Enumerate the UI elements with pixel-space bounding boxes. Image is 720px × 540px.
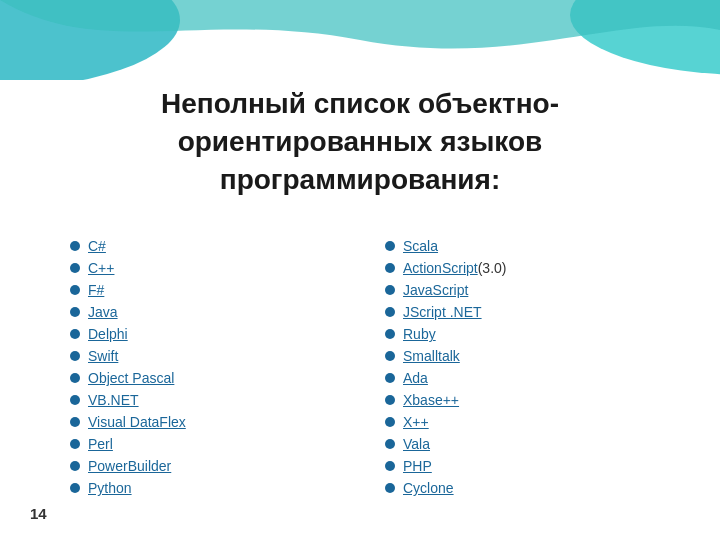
bullet-icon xyxy=(70,307,80,317)
bullet-icon xyxy=(385,417,395,427)
bullet-icon xyxy=(70,329,80,339)
list-item: X++ xyxy=(385,414,660,430)
item-label-object-pascal[interactable]: Object Pascal xyxy=(88,370,174,386)
list-item: F# xyxy=(70,282,345,298)
list-item: Object Pascal xyxy=(70,370,345,386)
list-item: Ada xyxy=(385,370,660,386)
item-label-actionscript[interactable]: ActionScript xyxy=(403,260,478,276)
bullet-icon xyxy=(385,241,395,251)
bullet-icon xyxy=(70,439,80,449)
item-label-xbasepp[interactable]: Xbase++ xyxy=(403,392,459,408)
item-label-ada[interactable]: Ada xyxy=(403,370,428,386)
item-label-javascript[interactable]: JavaScript xyxy=(403,282,468,298)
list-item: Smalltalk xyxy=(385,348,660,364)
bullet-icon xyxy=(385,351,395,361)
item-label-cyclone[interactable]: Cyclone xyxy=(403,480,454,496)
bullet-icon xyxy=(385,483,395,493)
list-item: Python xyxy=(70,480,345,496)
list-item: JScript .NET xyxy=(385,304,660,320)
item-label-vala[interactable]: Vala xyxy=(403,436,430,452)
item-label-scala[interactable]: Scala xyxy=(403,238,438,254)
list-item: Swift xyxy=(70,348,345,364)
item-label-visual-dataflex[interactable]: Visual DataFlex xyxy=(88,414,186,430)
item-extra-actionscript: (3.0) xyxy=(478,260,507,276)
bullet-icon xyxy=(385,285,395,295)
item-label-smalltalk[interactable]: Smalltalk xyxy=(403,348,460,364)
list-item: VB.NET xyxy=(70,392,345,408)
item-label-jscript-net[interactable]: JScript .NET xyxy=(403,304,482,320)
bullet-icon xyxy=(385,461,395,471)
list-item: C++ xyxy=(70,260,345,276)
list-item: JavaScript xyxy=(385,282,660,298)
bullet-icon xyxy=(385,307,395,317)
list-item: Ruby xyxy=(385,326,660,342)
item-label-delphi[interactable]: Delphi xyxy=(88,326,128,342)
item-label-python[interactable]: Python xyxy=(88,480,132,496)
bullet-icon xyxy=(385,439,395,449)
item-label-php[interactable]: PHP xyxy=(403,458,432,474)
list-item: C# xyxy=(70,238,345,254)
list-item: ActionScript (3.0) xyxy=(385,260,660,276)
item-label-fsharp[interactable]: F# xyxy=(88,282,104,298)
list-item: Xbase++ xyxy=(385,392,660,408)
bullet-icon xyxy=(70,395,80,405)
bullet-icon xyxy=(385,373,395,383)
item-label-swift[interactable]: Swift xyxy=(88,348,118,364)
list-item: Cyclone xyxy=(385,480,660,496)
item-label-java[interactable]: Java xyxy=(88,304,118,320)
bullet-icon xyxy=(70,483,80,493)
bullet-icon xyxy=(70,241,80,251)
page-number: 14 xyxy=(30,505,47,522)
item-label-csharp[interactable]: C# xyxy=(88,238,106,254)
list-item: Perl xyxy=(70,436,345,452)
bullet-icon xyxy=(70,417,80,427)
list-item: Vala xyxy=(385,436,660,452)
item-label-vbnet[interactable]: VB.NET xyxy=(88,392,139,408)
content-area: C#C++F#JavaDelphiSwiftObject PascalVB.NE… xyxy=(0,218,720,512)
list-item: Visual DataFlex xyxy=(70,414,345,430)
item-label-powerbuilder[interactable]: PowerBuilder xyxy=(88,458,171,474)
list-item: Delphi xyxy=(70,326,345,342)
item-label-perl[interactable]: Perl xyxy=(88,436,113,452)
item-label-xpp[interactable]: X++ xyxy=(403,414,429,430)
bullet-icon xyxy=(70,263,80,273)
bullet-icon xyxy=(70,461,80,471)
list-item: Java xyxy=(70,304,345,320)
item-label-cpp[interactable]: C++ xyxy=(88,260,114,276)
list-item: PHP xyxy=(385,458,660,474)
bullet-icon xyxy=(70,373,80,383)
bullet-icon xyxy=(385,329,395,339)
list-item: PowerBuilder xyxy=(70,458,345,474)
bullet-icon xyxy=(70,351,80,361)
list-item: Scala xyxy=(385,238,660,254)
item-label-ruby[interactable]: Ruby xyxy=(403,326,436,342)
bullet-icon xyxy=(70,285,80,295)
left-column: C#C++F#JavaDelphiSwiftObject PascalVB.NE… xyxy=(70,238,345,502)
right-column: ScalaActionScript (3.0)JavaScriptJScript… xyxy=(385,238,660,502)
bullet-icon xyxy=(385,263,395,273)
page-title: Неполный список объектно-ориентированных… xyxy=(0,0,720,218)
bullet-icon xyxy=(385,395,395,405)
